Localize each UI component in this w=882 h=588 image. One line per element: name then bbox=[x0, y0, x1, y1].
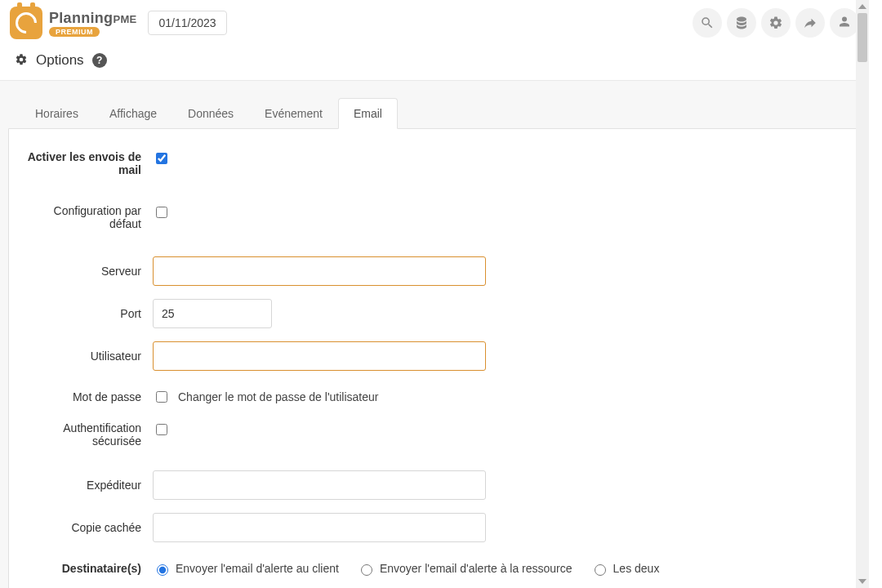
input-utilisateur[interactable] bbox=[153, 341, 486, 371]
label-utilisateur: Utilisateur bbox=[24, 350, 153, 363]
row-port: Port bbox=[24, 292, 845, 335]
row-destinataires: Destinataire(s) Envoyer l'email d'alerte… bbox=[24, 549, 845, 588]
scroll-down-icon[interactable] bbox=[856, 575, 869, 588]
row-motdepasse: Mot de passe Changer le mot de passe de … bbox=[24, 377, 845, 416]
page-title: Options bbox=[36, 52, 84, 69]
scroll-up-icon[interactable] bbox=[856, 0, 869, 13]
topbar: PlanningPME PREMIUM 01/11/2023 bbox=[0, 0, 869, 46]
row-auth-securisee: Authentification sécurisée bbox=[24, 416, 845, 456]
label-change-password: Changer le mot de passe de l'utilisateur bbox=[178, 390, 378, 403]
checkbox-config-defaut[interactable] bbox=[156, 207, 167, 218]
app-name: Planning bbox=[49, 10, 113, 26]
options-gear-icon bbox=[15, 53, 28, 69]
label-copie-cachee: Copie cachée bbox=[24, 521, 153, 534]
label-serveur: Serveur bbox=[24, 265, 153, 278]
radio-item-lesdeux[interactable]: Les deux bbox=[590, 562, 660, 576]
input-port[interactable] bbox=[153, 299, 272, 328]
tab-affichage[interactable]: Affichage bbox=[94, 98, 172, 128]
row-expediteur: Expéditeur bbox=[24, 464, 845, 506]
row-config-defaut: Configuration par défaut bbox=[24, 199, 845, 238]
checkbox-change-password[interactable] bbox=[156, 391, 167, 403]
page-body: Horaires Affichage Données Evénement Ema… bbox=[0, 81, 869, 588]
tab-donnees[interactable]: Données bbox=[172, 98, 249, 128]
row-serveur: Serveur bbox=[24, 250, 845, 292]
label-auth-securisee: Authentification sécurisée bbox=[24, 421, 153, 448]
input-expediteur[interactable] bbox=[153, 470, 486, 500]
share-icon[interactable] bbox=[795, 8, 825, 38]
label-activer-envois: Activer les envois de mail bbox=[24, 150, 153, 176]
row-copie-cachee: Copie cachée bbox=[24, 506, 845, 549]
label-config-defaut: Configuration par défaut bbox=[24, 204, 153, 230]
radio-ressource[interactable] bbox=[361, 564, 372, 576]
database-icon[interactable] bbox=[727, 8, 756, 38]
app-logo[interactable]: PlanningPME PREMIUM bbox=[10, 7, 136, 39]
radio-item-client[interactable]: Envoyer l'email d'alerte au client bbox=[153, 562, 339, 576]
radio-label-client: Envoyer l'email d'alerte au client bbox=[176, 562, 339, 575]
email-panel: Activer les envois de mail Configuration… bbox=[8, 128, 861, 588]
tab-email[interactable]: Email bbox=[338, 98, 398, 129]
app-suffix: PME bbox=[113, 13, 136, 25]
radio-label-ressource: Envoyer l'email d'alerte à la ressource bbox=[380, 562, 572, 575]
row-activer-envois: Activer les envois de mail bbox=[24, 145, 845, 185]
subheader: Options ? bbox=[0, 46, 869, 81]
app-badge: PREMIUM bbox=[49, 27, 100, 37]
checkbox-auth-securisee[interactable] bbox=[156, 424, 167, 435]
main-scroll[interactable]: PlanningPME PREMIUM 01/11/2023 bbox=[0, 0, 869, 588]
radio-item-ressource[interactable]: Envoyer l'email d'alerte à la ressource bbox=[357, 562, 572, 576]
radio-label-lesdeux: Les deux bbox=[613, 562, 660, 575]
input-copie-cachee[interactable] bbox=[153, 513, 486, 542]
scroll-thumb[interactable] bbox=[858, 13, 867, 62]
radio-group-destinataires: Envoyer l'email d'alerte au client Envoy… bbox=[153, 562, 659, 576]
label-port: Port bbox=[24, 307, 153, 320]
outer-scrollbar[interactable] bbox=[856, 0, 869, 588]
tabs: Horaires Affichage Données Evénement Ema… bbox=[8, 97, 861, 128]
tab-evenement[interactable]: Evénement bbox=[249, 98, 338, 128]
checkbox-activer-envois[interactable] bbox=[156, 153, 167, 164]
user-icon[interactable] bbox=[830, 8, 859, 38]
date-picker[interactable]: 01/11/2023 bbox=[148, 11, 226, 35]
input-serveur[interactable] bbox=[153, 256, 486, 286]
label-motdepasse: Mot de passe bbox=[24, 390, 153, 403]
label-expediteur: Expéditeur bbox=[24, 479, 153, 492]
tab-horaires[interactable]: Horaires bbox=[20, 98, 94, 128]
logo-text: PlanningPME PREMIUM bbox=[49, 10, 136, 37]
help-icon[interactable]: ? bbox=[92, 53, 107, 68]
top-icons bbox=[689, 8, 859, 38]
gear-icon[interactable] bbox=[761, 8, 791, 38]
row-utilisateur: Utilisateur bbox=[24, 335, 845, 377]
search-icon[interactable] bbox=[693, 8, 722, 38]
logo-icon bbox=[10, 7, 42, 39]
radio-lesdeux[interactable] bbox=[595, 564, 606, 576]
label-destinataires: Destinataire(s) bbox=[24, 562, 153, 575]
radio-client[interactable] bbox=[157, 564, 168, 576]
